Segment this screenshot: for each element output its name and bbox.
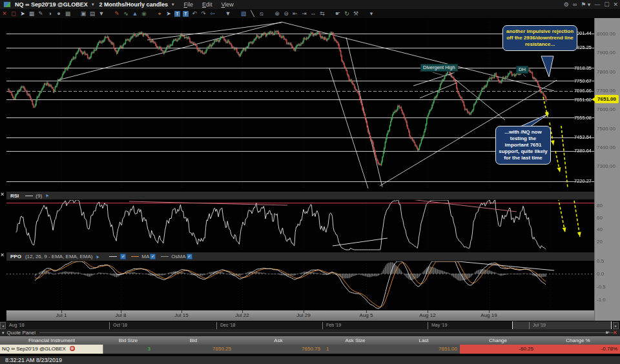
- price-axis-tick: 7700.00: [597, 88, 615, 94]
- quote-panel-collapse-icon[interactable]: ▾: [2, 330, 5, 336]
- timeline-label: Aug '18: [9, 323, 25, 327]
- timeline-tick: [428, 322, 428, 329]
- quote-bid[interactable]: 7650.25: [153, 345, 234, 354]
- rsi-axis-tick: 60: [597, 215, 603, 221]
- trading-app-window: NQ ∞ Sep20'19 @GLOBEX ▾ 2 Months/Hourly …: [0, 0, 620, 364]
- timeline-tick: [216, 322, 217, 329]
- timeline-label: Feb '19: [326, 323, 341, 327]
- time-axis-label: Jul 22: [235, 312, 249, 318]
- quote-col-header[interactable]: Change %: [536, 336, 620, 345]
- price-line-label: 7651.60: [574, 97, 592, 103]
- rsi-axis-tick: 40: [597, 227, 603, 232]
- rsi-cursor-icon: ➤: [44, 192, 50, 198]
- time-axis-label: Jul 15: [174, 312, 188, 318]
- rsi-axis-tick: 20: [597, 239, 603, 245]
- price-line-label: 7696.66: [574, 88, 592, 94]
- megaphone-icon[interactable]: ☛: [605, 330, 610, 336]
- ppo-axis-tick: -1.0: [597, 297, 606, 303]
- status-bar: 8:32:21 AM 8/23/2019: [0, 356, 620, 364]
- quote-last[interactable]: 7651.00: [388, 345, 460, 354]
- quote-panel-rule: [39, 332, 616, 333]
- ppo-title: PPO: [10, 254, 21, 259]
- timeline-label: Jul '19: [533, 323, 546, 327]
- ppo-axis-tick: 0.0: [597, 271, 604, 277]
- quote-ask[interactable]: 7650.75: [234, 345, 323, 354]
- ppo-axis-tick: 0.5: [597, 258, 604, 264]
- rsi-close-button[interactable]: ×: [1, 191, 6, 197]
- ppo-osma-line-sample: [161, 256, 169, 257]
- timeline-left-arrow[interactable]: ◂: [0, 322, 6, 329]
- price-line-label: 7818.35: [574, 65, 592, 71]
- rsi-axis-tick: 80: [597, 203, 603, 208]
- quote-instrument-cell[interactable]: NQ ∞ Sep20'19 @GLOBEX⊗: [0, 345, 103, 354]
- quote-ask-size[interactable]: 1: [323, 345, 388, 354]
- price-axis-tick: 7600.00: [597, 106, 615, 112]
- quote-change-pct[interactable]: -0.78%: [536, 345, 620, 354]
- quote-col-header[interactable]: Ask Size: [323, 336, 388, 345]
- quote-panel-titlebar[interactable]: ▾ Quote Panel: [0, 329, 620, 336]
- price-axis-tick: 7800.00: [597, 69, 615, 75]
- price-line-label: 7555.08: [574, 115, 592, 121]
- price-axis-tick: 7300.00: [597, 163, 615, 169]
- rsi-title: RSI: [10, 193, 19, 199]
- price-line-label: 7750.67: [574, 78, 592, 84]
- quote-panel-title: Quote Panel: [7, 330, 36, 336]
- ppo-osma-checkbox[interactable]: ✓: [187, 254, 192, 259]
- ppo-line-sample: [109, 256, 117, 257]
- rsi-params: (9): [36, 193, 42, 199]
- price-axis-tick: 8000.00: [597, 31, 615, 37]
- annotation-bubble-support[interactable]: ...with /NQ now testing the important 76…: [495, 126, 551, 165]
- ppo-params: (12, 26, 9 - EMA, EMA, EMA): [25, 254, 92, 259]
- time-axis-label: Jul 1: [56, 312, 67, 318]
- status-datetime: 8:32:21 AM 8/23/2019: [5, 357, 62, 363]
- price-axis-tick: 7500.00: [597, 126, 615, 132]
- quote-col-header[interactable]: Financial Instrument: [0, 336, 103, 345]
- timeline-label: May '19: [431, 323, 447, 327]
- ppo-panel-header[interactable]: PPO (12, 26, 9 - EMA, EMA, EMA) ➤ ✓ MA ✓…: [6, 252, 594, 261]
- last-price-tag: 7651.00: [595, 95, 619, 103]
- quote-col-header[interactable]: Bid: [153, 336, 234, 345]
- instrument-status-icon: ⊗: [70, 346, 75, 351]
- ppo-ma-label: MA: [141, 254, 149, 259]
- time-axis[interactable]: Jul 1Jul 8Jul 15Jul 22Jul 29Aug 5Aug 12A…: [6, 310, 594, 321]
- ppo-checkbox[interactable]: ✓: [120, 254, 126, 259]
- ppo-axis-tick: -0.5: [597, 284, 606, 290]
- ppo-ma-line-sample: [131, 256, 139, 257]
- timeline-tick: [109, 322, 110, 329]
- ppo-cursor-icon: ➤: [94, 254, 101, 259]
- annotation-bubble-rejection[interactable]: another impulsive rejection off the 2936…: [502, 25, 577, 51]
- ppo-close-button[interactable]: ×: [1, 252, 6, 258]
- quote-change[interactable]: -60.25: [460, 345, 536, 354]
- timeline-tick: [322, 322, 323, 329]
- quote-table-row[interactable]: NQ ∞ Sep20'19 @GLOBEX⊗37650.257650.75176…: [0, 345, 620, 355]
- price-line-label: 7380.64: [574, 148, 592, 154]
- range-slider-timeline[interactable]: Aug '18Oct '18Dec '18Feb '19May '19Jul '…: [0, 321, 620, 330]
- quote-panel-close-icon[interactable]: ✕: [613, 330, 617, 336]
- quote-instrument-text: NQ ∞ Sep20'19 @GLOBEX: [2, 346, 66, 352]
- timeline-label: Oct '18: [113, 323, 127, 327]
- timeline-label: Dec '18: [220, 323, 236, 327]
- time-axis-label: Aug 5: [360, 312, 373, 318]
- quote-bid-size[interactable]: 3: [103, 345, 153, 354]
- time-axis-label: Jul 8: [116, 312, 127, 318]
- dh-label[interactable]: DH: [516, 66, 528, 74]
- quote-panel-icons: ☛ ✕: [605, 330, 617, 336]
- quote-col-header[interactable]: Bid Size: [103, 336, 153, 345]
- quote-col-header[interactable]: Ask: [234, 336, 323, 345]
- timeline-tick: [529, 322, 530, 329]
- quote-table-header: Financial InstrumentBid SizeBidAskAsk Si…: [0, 336, 620, 345]
- time-axis-label: Jul 29: [296, 312, 310, 318]
- timeline-right-arrow[interactable]: ▸: [613, 322, 619, 329]
- quote-col-header[interactable]: Change: [460, 336, 536, 345]
- rsi-panel-header[interactable]: RSI (9) ➤: [6, 191, 594, 200]
- rsi-line-sample: [25, 196, 33, 196]
- time-axis-label: Aug 12: [419, 312, 435, 318]
- price-line-label: 7220.27: [574, 178, 592, 184]
- ppo-ma-checkbox[interactable]: ✓: [150, 254, 156, 259]
- price-line-label: 7452.54: [574, 134, 592, 140]
- time-axis-label: Aug 19: [480, 312, 497, 318]
- divergent-high-label[interactable]: Divergent High: [420, 64, 458, 72]
- ppo-osma-label: OsMA: [171, 254, 185, 259]
- quote-col-header[interactable]: Last: [388, 336, 460, 345]
- price-axis-tick: 7900.00: [597, 50, 615, 56]
